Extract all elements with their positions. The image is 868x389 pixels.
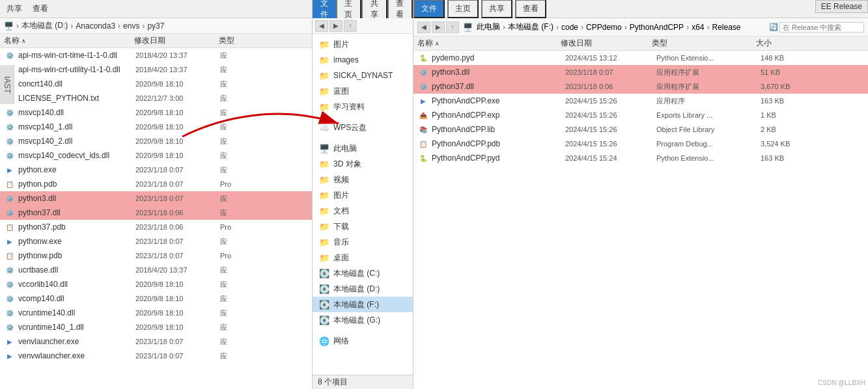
- left-panel: IAST 共享 查看 🖥️ › 本地磁盘 (D:) › Anaconda3 › …: [0, 0, 313, 389]
- file-size: 1 KB: [761, 111, 813, 119]
- right-list-item[interactable]: ▶ PythonAndCPP.exe 2024/4/15 15:26 应用程序 …: [413, 94, 868, 108]
- file-name: msvcp140.dll: [18, 108, 135, 117]
- bc-release[interactable]: Release: [712, 23, 740, 32]
- file-name: python37.dll: [18, 208, 135, 217]
- right-list-item[interactable]: 📋 PythonAndCPP.pdb 2024/4/15 15:26 Progr…: [413, 137, 868, 151]
- bc-computer-right[interactable]: 此电脑: [477, 21, 500, 33]
- right-up-btn[interactable]: ↑: [446, 21, 459, 33]
- right-back-btn[interactable]: ◀: [417, 21, 430, 33]
- file-date: 2018/4/20 13:37: [135, 266, 220, 274]
- list-item[interactable]: ⚙️ msvcp140.dll 2020/9/8 18:10 应: [0, 105, 312, 120]
- list-item[interactable]: ⚙️ python37.dll 2023/1/18 0:06 应: [0, 206, 312, 220]
- right-forward-btn[interactable]: ▶: [432, 21, 445, 33]
- nav-item[interactable]: 📁 下载: [313, 219, 413, 234]
- right-list-item[interactable]: 🐍 pydemo.pyd 2024/4/15 13:12 Python Exte…: [413, 51, 868, 65]
- toolbar-view-btn[interactable]: 查看: [30, 2, 51, 16]
- bc-x64[interactable]: x64: [692, 23, 704, 32]
- nav-item[interactable]: 📁 图片: [313, 36, 413, 52]
- file-date: 2020/9/8 18:10: [135, 80, 220, 88]
- bc-anaconda[interactable]: Anaconda3: [76, 21, 115, 31]
- nav-item[interactable]: 📁 音乐: [313, 234, 413, 250]
- nav-item[interactable]: 💽 本地磁盘 (D:): [313, 281, 413, 297]
- rcol-size-header[interactable]: 大小: [756, 38, 808, 49]
- file-icon: ⚙️: [4, 308, 16, 318]
- nav-item[interactable]: 📁 桌面: [313, 250, 413, 265]
- list-item[interactable]: ▶ venvwlauncher.exe 2023/1/18 0:07 应: [0, 349, 312, 363]
- col-date-header[interactable]: 修改日期: [134, 35, 219, 46]
- col-type-header[interactable]: 类型: [219, 35, 271, 46]
- list-item[interactable]: ⚙️ vccorlib140.dll 2020/9/8 18:10 应: [0, 277, 312, 291]
- list-item[interactable]: 📋 python.pdb 2023/1/18 0:07 Pro: [0, 177, 312, 191]
- rcol-name-header[interactable]: 名称 ∧: [417, 38, 561, 49]
- forward-btn[interactable]: ▶: [329, 20, 343, 32]
- bc-code[interactable]: code: [561, 23, 578, 32]
- nav-item[interactable]: 🖥️ 此电脑: [313, 141, 413, 156]
- left-breadcrumb: 🖥️ › 本地磁盘 (D:) › Anaconda3 › envs › py37: [0, 18, 312, 34]
- tab-share-right[interactable]: 共享: [481, 0, 512, 18]
- list-item[interactable]: ⚙️ msvcp140_codecvt_ids.dll 2020/9/8 18:…: [0, 148, 312, 163]
- right-list-item[interactable]: ⚙️ python3.dll 2023/1/18 0:07 应用程序扩展 51 …: [413, 65, 868, 79]
- list-item[interactable]: ▶ pythonw.exe 2023/1/18 0:07 应: [0, 234, 312, 248]
- nav-icon: 📁: [318, 205, 331, 217]
- up-btn[interactable]: ↑: [344, 20, 357, 32]
- back-btn[interactable]: ◀: [315, 20, 328, 32]
- rcol-date-header[interactable]: 修改日期: [561, 38, 652, 49]
- nav-item[interactable]: 💽 本地磁盘 (G:): [313, 312, 413, 328]
- file-icon: 📚: [417, 124, 429, 135]
- nav-icon: 📁: [318, 236, 331, 248]
- list-item[interactable]: ⚙️ api-ms-win-crt-time-l1-1-0.dll 2018/4…: [0, 48, 312, 62]
- right-list-item[interactable]: 📤 PythonAndCPP.exp 2024/4/15 15:26 Expor…: [413, 108, 868, 122]
- tab-view-right[interactable]: 查看: [515, 0, 546, 18]
- middle-nav-tree[interactable]: 📁 图片 📁 images 📁 SICKA_DYNAST 📁 蓝图 📁 学习资料…: [313, 34, 413, 375]
- bc-f-drive[interactable]: 本地磁盘 (F:): [508, 21, 553, 33]
- nav-item[interactable]: 📁 3D 对象: [313, 156, 413, 172]
- list-item[interactable]: ⚙️ api-ms-win-crt-utility-l1-1-0.dll 201…: [0, 62, 312, 77]
- toolbar-share-btn[interactable]: 共享: [4, 2, 25, 16]
- nav-label: 图片: [333, 39, 349, 50]
- list-item[interactable]: ⚙️ python3.dll 2023/1/18 0:07 应: [0, 191, 312, 206]
- list-item[interactable]: ▶ python.exe 2023/1/18 0:07 应: [0, 163, 312, 177]
- bc-cppdemo[interactable]: CPPdemo: [586, 23, 622, 32]
- tab-file-right[interactable]: 文件: [413, 0, 445, 18]
- list-item[interactable]: ⚙️ vcomp140.dll 2020/9/8 18:10 应: [0, 291, 312, 306]
- nav-item[interactable]: 💽 本地磁盘 (F:): [313, 297, 413, 312]
- nav-item[interactable]: ☁️ WPS云盘: [313, 120, 413, 135]
- file-name: msvcp140_1.dll: [18, 122, 135, 131]
- list-item[interactable]: 📋 python37.pdb 2023/1/18 0:06 Pro: [0, 220, 312, 234]
- file-type: 应: [220, 265, 272, 275]
- list-item[interactable]: ⚙️ msvcp140_1.dll 2020/9/8 18:10 应: [0, 120, 312, 134]
- right-file-list[interactable]: 🐍 pydemo.pyd 2024/4/15 13:12 Python Exte…: [413, 51, 868, 389]
- nav-item[interactable]: 📁 视频: [313, 172, 413, 187]
- right-list-item[interactable]: 📚 PythonAndCPP.lib 2024/4/15 15:26 Objec…: [413, 122, 868, 137]
- list-item[interactable]: ⚙️ vcruntime140.dll 2020/9/8 18:10 应: [0, 306, 312, 320]
- search-input[interactable]: [779, 22, 864, 33]
- list-item[interactable]: ⚙️ msvcp140_2.dll 2020/9/8 18:10 应: [0, 134, 312, 148]
- list-item[interactable]: ⚙️ vcruntime140_1.dll 2020/9/8 18:10 应: [0, 320, 312, 334]
- nav-item[interactable]: 💽 本地磁盘 (C:): [313, 265, 413, 281]
- nav-item[interactable]: 📁 学习资料: [313, 99, 413, 114]
- file-size: 148 KB: [761, 54, 813, 62]
- right-list-item[interactable]: 🐍 PythonAndCPP.pyd 2024/4/15 15:24 Pytho…: [413, 151, 868, 165]
- nav-item[interactable]: 🌐 网络: [313, 333, 413, 349]
- nav-separator: [313, 114, 413, 120]
- bc-pythonandcpp[interactable]: PythonAndCPP: [630, 23, 684, 32]
- list-item[interactable]: ⚙️ ucrtbase.dll 2018/4/20 13:37 应: [0, 263, 312, 277]
- bc-py37[interactable]: py37: [147, 21, 164, 31]
- nav-item[interactable]: 📁 文档: [313, 203, 413, 219]
- left-file-list[interactable]: ⚙️ api-ms-win-crt-time-l1-1-0.dll 2018/4…: [0, 48, 312, 389]
- col-name-header[interactable]: 名称 ∧: [4, 35, 134, 46]
- nav-item[interactable]: 📁 images: [313, 52, 413, 68]
- list-item[interactable]: 📄 LICENSE_PYTHON.txt 2022/12/7 3:00 应: [0, 91, 312, 105]
- right-list-item[interactable]: ⚙️ python37.dll 2023/1/18 0:06 应用程序扩展 3,…: [413, 79, 868, 94]
- file-type: 应: [220, 122, 272, 132]
- list-item[interactable]: ▶ venvlauncher.exe 2023/1/18 0:07 应: [0, 334, 312, 349]
- nav-item[interactable]: 📁 蓝图: [313, 83, 413, 99]
- tab-home-right[interactable]: 主页: [447, 0, 479, 18]
- list-item[interactable]: 📋 pythonw.pdb 2023/1/18 0:07 Pro: [0, 248, 312, 263]
- nav-item[interactable]: 📁 SICKA_DYNAST: [313, 68, 413, 83]
- bc-envs[interactable]: envs: [123, 21, 139, 31]
- nav-item[interactable]: 📁 图片: [313, 187, 413, 203]
- bc-d-drive[interactable]: 本地磁盘 (D:): [21, 20, 68, 31]
- list-item[interactable]: ⚙️ concrt140.dll 2020/9/8 18:10 应: [0, 77, 312, 91]
- rcol-type-header[interactable]: 类型: [652, 38, 756, 49]
